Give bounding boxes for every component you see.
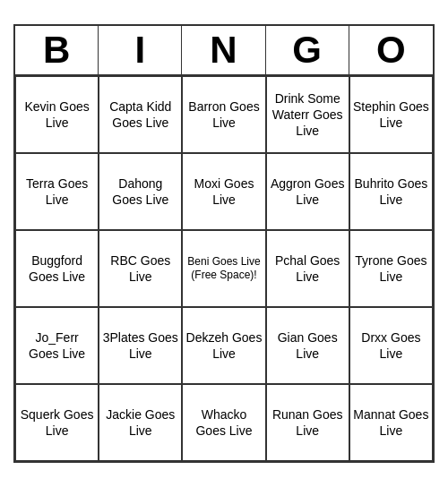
bingo-cell-12: Beni Goes Live (Free Space)!: [182, 230, 265, 307]
bingo-cell-5: Terra Goes Live: [15, 153, 99, 230]
bingo-cell-19: Drxx Goes Live: [349, 307, 433, 384]
bingo-cell-1: Capta Kidd Goes Live: [99, 76, 182, 153]
bingo-letter-i: I: [99, 26, 182, 74]
bingo-card: BINGO Kevin Goes LiveCapta Kidd Goes Liv…: [13, 24, 435, 463]
bingo-cell-2: Barron Goes Live: [182, 76, 265, 153]
bingo-cell-6: Dahong Goes Live: [99, 153, 182, 230]
bingo-letter-o: O: [349, 26, 433, 74]
bingo-cell-9: Buhrito Goes Live: [349, 153, 433, 230]
bingo-cell-8: Aggron Goes Live: [266, 153, 349, 230]
bingo-cell-13: Pchal Goes Live: [266, 230, 349, 307]
bingo-cell-10: Buggford Goes Live: [15, 230, 99, 307]
bingo-cell-17: Dekzeh Goes Live: [182, 307, 265, 384]
bingo-header: BINGO: [15, 26, 433, 76]
bingo-letter-b: B: [15, 26, 99, 74]
bingo-cell-24: Mannat Goes Live: [349, 384, 433, 461]
bingo-letter-g: G: [266, 26, 349, 74]
bingo-cell-18: Gian Goes Live: [266, 307, 349, 384]
bingo-cell-14: Tyrone Goes Live: [349, 230, 433, 307]
bingo-cell-21: Jackie Goes Live: [99, 384, 182, 461]
bingo-letter-n: N: [182, 26, 265, 74]
bingo-cell-3: Drink Some Waterr Goes Live: [266, 76, 349, 153]
bingo-cell-16: 3Plates Goes Live: [99, 307, 182, 384]
bingo-cell-15: Jo_Ferr Goes Live: [15, 307, 99, 384]
bingo-cell-23: Runan Goes Live: [266, 384, 349, 461]
bingo-cell-7: Moxi Goes Live: [182, 153, 265, 230]
bingo-cell-11: RBC Goes Live: [99, 230, 182, 307]
bingo-cell-0: Kevin Goes Live: [15, 76, 99, 153]
bingo-cell-4: Stephin Goes Live: [349, 76, 433, 153]
bingo-cell-22: Whacko Goes Live: [182, 384, 265, 461]
bingo-grid: Kevin Goes LiveCapta Kidd Goes LiveBarro…: [15, 76, 433, 461]
bingo-cell-20: Squerk Goes Live: [15, 384, 99, 461]
